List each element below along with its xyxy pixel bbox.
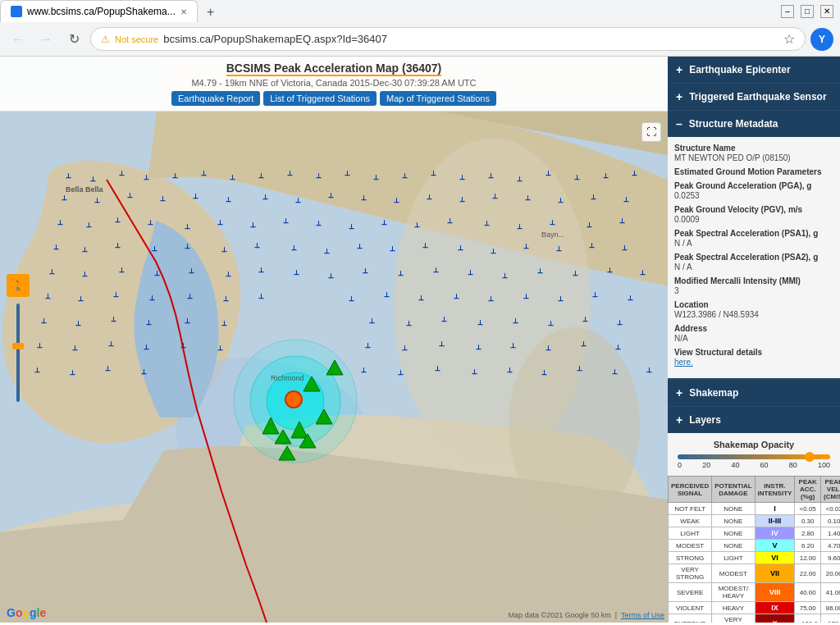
legend-signal: LIGHT <box>669 527 712 540</box>
epicenter-header[interactable]: + Earthquake Epicenter <box>668 57 840 83</box>
map-triggered-btn[interactable]: Map of Triggered Stations <box>380 91 496 106</box>
security-label: Not secure <box>115 34 158 44</box>
psa2-label: Peak Spectral Acceleration (PSA2), g <box>674 253 833 262</box>
pgv-label: Peak Ground Velocity (PGV), m/s <box>674 205 833 214</box>
legend-intensity: VI <box>755 552 795 564</box>
security-icon: ⚠ <box>101 34 110 45</box>
structural-details-row: View Structural details here. <box>674 348 833 367</box>
legend-damage: NONE <box>712 540 755 552</box>
legend-damage: LIGHT <box>712 552 755 564</box>
zoom-bar[interactable] <box>16 303 20 402</box>
estimated-ground-label: Estimated Ground Motion Parameters <box>674 167 833 176</box>
structural-details-link[interactable]: here. <box>674 358 693 367</box>
psa1-row: Peak Spectral Acceleration (PSA1), g N /… <box>674 229 833 248</box>
legend-acc: 40.00 <box>795 583 821 602</box>
psa1-value: N / A <box>674 239 692 248</box>
legend-header-acc: PEAK ACC.(%g) <box>795 477 821 503</box>
struct-ground-section: Estimated Ground Motion Parameters <box>674 167 833 176</box>
legend-acc: 12.00 <box>795 552 821 564</box>
legend-header-signal: PERCEIVEDSIGNAL <box>669 477 712 503</box>
legend-acc: 22.00 <box>795 564 821 583</box>
psa2-row: Peak Spectral Acceleration (PSA2), g N /… <box>674 253 833 271</box>
psa2-value: N / A <box>674 262 692 271</box>
layers-expand-icon: + <box>676 413 682 427</box>
mmi-row: Modified Mercalli Intensity (MMI) 3 <box>674 276 833 295</box>
legend-damage: MODEST/HEAVY <box>712 583 755 602</box>
location-value: W123.3986 / N48.5934 <box>674 310 759 319</box>
legend-acc: 6.20 <box>795 540 821 552</box>
street-view-btn[interactable]: 🚶 <box>7 274 30 297</box>
minimize-btn[interactable]: – <box>781 5 794 18</box>
address-bar[interactable]: ⚠ Not secure bcsims.ca/PopupShakemapEQ.a… <box>90 27 806 51</box>
legend-row: EXTREME VERYHEAVY X >139.0 >178.0 <box>669 614 841 623</box>
legend-vel: 20.00 <box>821 564 840 583</box>
pgv-value: 0.0009 <box>674 215 700 224</box>
structure-content: Structure Name MT NEWTON PED O/P (08150)… <box>668 137 840 378</box>
legend-intensity: IX <box>755 602 795 614</box>
legend-row: LIGHT NONE IV 2.80 1.40 <box>669 527 841 540</box>
legend-damage: HEAVY <box>712 602 755 614</box>
shakemap-header[interactable]: + Shakemap <box>668 379 840 406</box>
earthquake-report-btn[interactable]: Earthquake Report <box>171 91 260 106</box>
pga-value: 0.0253 <box>674 191 700 200</box>
legend-table: PERCEIVEDSIGNAL POTENTIALDAMAGE INSTR.IN… <box>668 476 840 623</box>
triggered-sensor-section: + Triggered Earthquake Sensor <box>668 84 840 111</box>
legend-signal: VIOLENT <box>669 602 712 614</box>
main-container: BCSIMS Peak Acceleration Map (36407) M4.… <box>0 57 840 623</box>
google-logo: Google <box>7 606 46 619</box>
epicenter-expand-icon: + <box>676 63 682 76</box>
opacity-labels: 0 20 40 60 80 100 <box>678 461 830 469</box>
legend-signal: STRONG <box>669 552 712 564</box>
legend-intensity: I <box>755 503 795 515</box>
triggered-stations-btn[interactable]: List of Triggered Stations <box>263 91 377 106</box>
tab-close-btn[interactable]: ✕ <box>180 7 187 16</box>
legend-vel: 86.00 <box>821 602 840 614</box>
pga-row: Peak Ground Acceleration (PGA), g 0.0253 <box>674 181 833 200</box>
struct-name-label: Structure Name <box>674 144 833 153</box>
legend-header-damage: POTENTIALDAMAGE <box>712 477 755 503</box>
legend-acc: 0.30 <box>795 515 821 527</box>
restore-btn[interactable]: □ <box>801 5 814 18</box>
triggered-sensor-label: Triggered Earthquake Sensor <box>689 91 826 103</box>
triggered-expand-icon: + <box>676 90 682 103</box>
legend-damage: VERYHEAVY <box>712 614 755 623</box>
new-tab-button[interactable]: + <box>201 2 221 22</box>
structure-metadata-header[interactable]: – Structure Metadata <box>668 111 840 137</box>
zoom-handle[interactable] <box>12 343 24 349</box>
browser-chrome: www.bcsims.ca/PopupShakema... ✕ + – □ ✕ … <box>0 0 840 57</box>
address-row: Address N/A <box>674 324 833 343</box>
legend-vel: 4.70 <box>821 540 840 552</box>
mmi-value: 3 <box>674 286 679 295</box>
triggered-sensor-header[interactable]: + Triggered Earthquake Sensor <box>668 84 840 110</box>
bookmark-icon[interactable]: ☆ <box>783 31 795 47</box>
refresh-btn[interactable]: ↻ <box>62 28 85 51</box>
mmi-label: Modified Mercalli Intensity (MMI) <box>674 276 833 285</box>
legend-signal: VERYSTRONG <box>669 564 712 583</box>
legend-vel: 41.00 <box>821 583 840 602</box>
pgv-row: Peak Ground Velocity (PGV), m/s 0.0009 <box>674 205 833 224</box>
legend-signal: EXTREME <box>669 614 712 623</box>
opacity-title: Shakemap Opacity <box>674 440 833 449</box>
opacity-track[interactable] <box>678 454 830 459</box>
legend-intensity: V <box>755 540 795 552</box>
legend-signal: SEVERE <box>669 583 712 602</box>
psa1-label: Peak Spectral Acceleration (PSA1), g <box>674 229 833 238</box>
profile-button[interactable]: Y <box>810 28 833 51</box>
epicenter-label: Earthquake Epicenter <box>689 64 790 75</box>
tab-favicon <box>11 6 22 17</box>
legend-header-intensity: INSTR.INTENSITY <box>755 477 795 503</box>
address-value: N/A <box>674 334 688 343</box>
back-btn[interactable]: ← <box>7 28 30 51</box>
map-left-controls: 🚶 <box>7 274 30 405</box>
legend-vel: <0.02 <box>821 503 840 515</box>
fullscreen-btn[interactable]: ⛶ <box>641 122 661 142</box>
svg-point-6 <box>234 340 357 463</box>
forward-btn[interactable]: → <box>34 28 57 51</box>
legend-table-container: PERCEIVEDSIGNAL POTENTIALDAMAGE INSTR.IN… <box>668 476 840 623</box>
legend-damage: NONE <box>712 515 755 527</box>
legend-damage: MODEST <box>712 564 755 583</box>
structure-collapse-icon: – <box>676 117 682 130</box>
active-tab[interactable]: www.bcsims.ca/PopupShakema... ✕ <box>0 0 198 22</box>
close-btn[interactable]: ✕ <box>820 5 833 18</box>
layers-header[interactable]: + Layers <box>668 406 840 433</box>
